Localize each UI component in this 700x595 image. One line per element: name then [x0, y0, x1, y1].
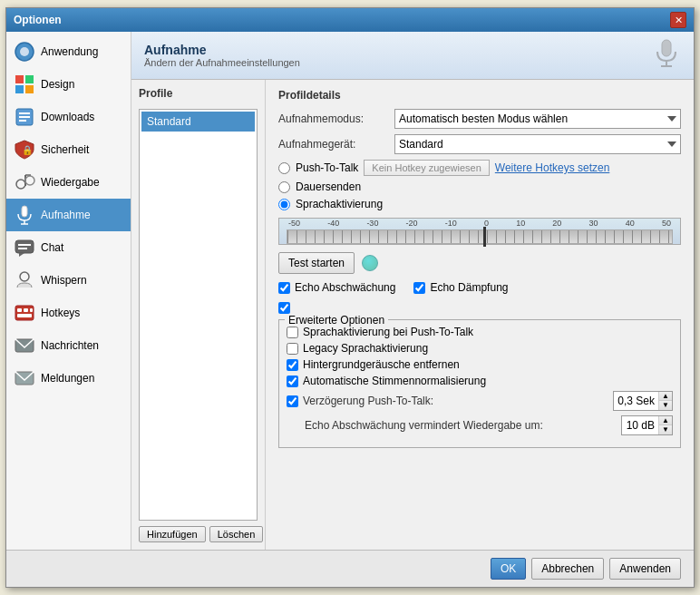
- meldungen-icon: [14, 367, 35, 389]
- whispern-icon: [14, 269, 35, 291]
- svg-point-13: [25, 176, 34, 185]
- close-button[interactable]: ✕: [670, 12, 686, 28]
- hintergrund-checkbox[interactable]: [287, 359, 298, 371]
- sidebar-item-design[interactable]: Design: [6, 68, 131, 101]
- spin-buttons: ▲ ▼: [658, 392, 672, 410]
- sidebar-label-design: Design: [41, 78, 74, 91]
- svg-text:🔒: 🔒: [22, 144, 34, 156]
- sicherheit-icon: 🔒: [14, 139, 35, 161]
- ok-button[interactable]: OK: [491, 558, 526, 580]
- verzoegerung-checkbox[interactable]: [287, 395, 298, 407]
- echo-daempfung-row: Echo Dämpfung: [413, 281, 508, 294]
- hintergrund-label: Hintergrundgeräusche entfernen: [303, 358, 460, 371]
- delete-profile-button[interactable]: Löschen: [209, 526, 264, 542]
- sprachaktivierung-push-checkbox[interactable]: [287, 327, 298, 338]
- options-window: Optionen ✕ Anwendung Design: [5, 7, 695, 588]
- sidebar-item-anwendung[interactable]: Anwendung: [6, 35, 131, 68]
- aufnahmemodus-select[interactable]: Automatisch besten Modus wählen: [394, 109, 681, 129]
- legacy-checkbox[interactable]: [287, 343, 298, 355]
- spin-up-button[interactable]: ▲: [659, 392, 672, 401]
- hotkey-link[interactable]: Weitere Hotkeys setzen: [495, 161, 610, 174]
- sidebar-label-wiedergabe: Wiedergabe: [41, 176, 100, 189]
- echo-spin-buttons: ▲ ▼: [658, 416, 672, 434]
- autostimme-label: Automatische Stimmennormalisierung: [303, 375, 486, 387]
- sidebar-item-chat[interactable]: Chat: [6, 231, 131, 264]
- sidebar-item-meldungen[interactable]: Meldungen: [6, 362, 131, 395]
- echo-spin-up-button[interactable]: ▲: [659, 416, 672, 425]
- svg-marker-19: [19, 253, 24, 257]
- sidebar-label-whispern: Whispern: [41, 274, 87, 287]
- sidebar: Anwendung Design Downloads: [6, 32, 131, 550]
- svg-rect-5: [25, 85, 34, 93]
- echo-db-value: 10 dB: [622, 417, 658, 434]
- verzoegerung-label: Verzögerung Push-To-Talk:: [303, 395, 613, 407]
- window-title: Optionen: [14, 14, 62, 26]
- profile-item-standard[interactable]: Standard: [141, 112, 255, 132]
- echo-db-spin[interactable]: 10 dB ▲ ▼: [621, 415, 673, 435]
- slider-container[interactable]: -50-40-30-20-1001020304050: [278, 218, 681, 245]
- svg-rect-27: [17, 314, 32, 317]
- downloads-icon: [14, 106, 35, 128]
- autostimme-row: Automatische Stimmennormalisierung: [287, 375, 673, 387]
- svg-rect-3: [25, 75, 34, 83]
- sidebar-label-sicherheit: Sicherheit: [41, 143, 89, 156]
- svg-rect-18: [15, 240, 34, 253]
- echo-spin-down-button[interactable]: ▼: [659, 425, 672, 434]
- group-box-title: Erweiterte Optionen: [285, 314, 388, 327]
- aufnahmemodus-label: Aufnahmemodus:: [278, 112, 387, 125]
- sprachaktivierung-row: Sprachaktivierung: [278, 198, 681, 210]
- sidebar-item-aufnahme[interactable]: Aufnahme: [6, 199, 131, 231]
- sidebar-item-downloads[interactable]: Downloads: [6, 101, 131, 133]
- details-label: Profildetails: [278, 89, 681, 102]
- verzoegerung-value: 0,3 Sek: [614, 393, 658, 409]
- sidebar-label-downloads: Downloads: [41, 111, 94, 123]
- verzoegerung-row: Verzögerung Push-To-Talk: 0,3 Sek ▲ ▼: [287, 391, 673, 411]
- svg-rect-21: [18, 248, 27, 249]
- hintergrund-row: Hintergrundgeräusche entfernen: [287, 358, 673, 371]
- aufnahmegeraet-select[interactable]: Standard: [394, 134, 681, 154]
- svg-rect-8: [19, 116, 30, 118]
- add-profile-button[interactable]: Hinzufügen: [139, 526, 206, 542]
- svg-rect-23: [15, 306, 34, 320]
- erweiterte-optionen-row: [278, 302, 681, 314]
- apply-button[interactable]: Anwenden: [609, 558, 681, 580]
- echo-daempfung-checkbox[interactable]: [413, 282, 425, 294]
- profiles-panel: Profile Standard Hinzufügen Löschen: [131, 80, 266, 550]
- echo-abschwaechung-checkbox[interactable]: [278, 282, 290, 294]
- echo-db-label: Echo Abschwächung vermindert Wiedergabe …: [305, 419, 621, 432]
- sprachaktivierung-push-label: Sprachaktivierung bei Push-To-Talk: [303, 326, 473, 338]
- sprachaktivierung-radio[interactable]: [278, 199, 290, 210]
- sidebar-item-nachrichten[interactable]: Nachrichten: [6, 329, 131, 362]
- push-to-talk-radio[interactable]: [278, 162, 290, 174]
- cancel-button[interactable]: Abbrechen: [531, 558, 604, 580]
- sidebar-label-chat: Chat: [41, 241, 63, 254]
- svg-point-11: [16, 180, 25, 189]
- dauersenden-row: Dauersenden: [278, 180, 681, 193]
- dauersenden-radio[interactable]: [278, 181, 290, 193]
- content-header: Aufnahme Ändern der Aufnahmeeinstellunge…: [131, 32, 694, 80]
- spin-down-button[interactable]: ▼: [659, 401, 672, 410]
- sidebar-item-hotkeys[interactable]: Hotkeys: [6, 297, 131, 329]
- hotkey-button[interactable]: Kein Hotkey zugewiesen: [364, 160, 489, 176]
- sidebar-item-sicherheit[interactable]: 🔒 Sicherheit: [6, 133, 131, 166]
- sidebar-item-whispern[interactable]: Whispern: [6, 264, 131, 297]
- autostimme-checkbox[interactable]: [287, 376, 298, 387]
- sidebar-item-wiedergabe[interactable]: Wiedergabe: [6, 166, 131, 199]
- legacy-row: Legacy Sprachaktivierung: [287, 342, 673, 355]
- sprachaktivierung-label: Sprachaktivierung: [296, 198, 383, 210]
- erweiterte-optionen-checkbox[interactable]: [278, 302, 290, 314]
- aufnahme-icon: [14, 204, 35, 226]
- svg-rect-15: [22, 206, 27, 217]
- content-subtitle: Ändern der Aufnahmeeinstellungen: [144, 57, 300, 68]
- hotkeys-icon: [14, 302, 35, 324]
- erweiterte-optionen-group: Erweiterte Optionen Sprachaktivierung be…: [278, 319, 681, 448]
- test-start-button[interactable]: Test starten: [278, 252, 355, 274]
- footer-bar: OK Abbrechen Anwenden: [6, 550, 694, 587]
- svg-rect-26: [30, 308, 33, 312]
- aufnahmegeraet-label: Aufnahmegerät:: [278, 138, 387, 151]
- legacy-label: Legacy Sprachaktivierung: [303, 342, 428, 355]
- echo-abschwaechung-row: Echo Abschwächung: [278, 281, 395, 294]
- push-to-talk-label: Push-To-Talk: [296, 161, 358, 174]
- profiles-list: Standard: [139, 109, 258, 521]
- verzoegerung-spin[interactable]: 0,3 Sek ▲ ▼: [613, 391, 673, 411]
